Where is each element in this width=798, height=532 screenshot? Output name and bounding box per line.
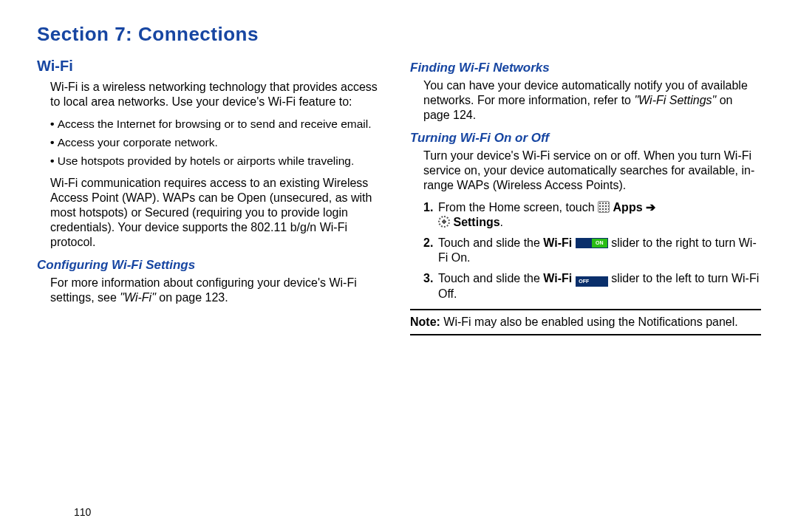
apps-label: Apps [613, 201, 646, 214]
step-number: 3. [423, 271, 433, 286]
settings-icon [438, 216, 450, 228]
ref-wifi-settings: "Wi-Fi Settings" [634, 94, 716, 106]
finding-para: You can have your device automatically n… [410, 78, 761, 123]
step-1: 1. From the Home screen, touch Apps ➔ Se… [423, 200, 761, 230]
steps-list: 1. From the Home screen, touch Apps ➔ Se… [410, 200, 761, 301]
heading-configuring: Configuring Wi-Fi Settings [37, 257, 388, 273]
text: From the Home screen, touch [438, 201, 598, 214]
wifi-intro: Wi-Fi is a wireless networking technolog… [37, 80, 388, 109]
apps-icon [598, 201, 610, 213]
step-number: 1. [423, 200, 433, 215]
note-block: Note: Wi-Fi may also be enabled using th… [410, 309, 761, 335]
settings-label: Settings [453, 216, 499, 228]
wifi-wap-para: Wi-Fi communication requires access to a… [37, 176, 388, 250]
wifi-label: Wi-Fi [543, 272, 575, 284]
text: . [500, 216, 503, 228]
heading-wifi: Wi-Fi [37, 57, 388, 75]
heading-finding: Finding Wi-Fi Networks [410, 60, 761, 75]
text: Touch and slide the [438, 272, 543, 284]
heading-turning: Turning Wi-Fi On or Off [410, 130, 761, 146]
note-text: Wi-Fi may also be enabled using the Noti… [443, 316, 737, 328]
wifi-slider-off-icon: OFF [576, 276, 608, 287]
right-column: Finding Wi-Fi Networks You can have your… [410, 54, 761, 336]
configuring-para: For more information about configuring y… [37, 276, 388, 305]
left-column: Wi-Fi Wi-Fi is a wireless networking tec… [37, 54, 388, 336]
step-number: 2. [423, 236, 433, 250]
step-2: 2. Touch and slide the Wi-Fi ON slider t… [423, 236, 761, 265]
page-number: 110 [74, 506, 91, 519]
arrow-icon: ➔ [646, 201, 655, 214]
text: Touch and slide the [438, 236, 543, 249]
section-title: Section 7: Connections [37, 22, 761, 47]
ref-wifi: "Wi-Fi" [120, 291, 156, 304]
note-label: Note: [410, 316, 443, 328]
content-columns: Wi-Fi Wi-Fi is a wireless networking tec… [37, 54, 761, 336]
text: on page 123. [156, 291, 228, 304]
wifi-bullets: Access the Internet for browsing or to s… [37, 117, 388, 168]
bullet-item: Use hotspots provided by hotels or airpo… [50, 154, 388, 168]
wifi-label: Wi-Fi [543, 236, 575, 249]
step-3: 3. Touch and slide the Wi-Fi OFF slider … [423, 271, 761, 301]
wifi-slider-on-icon: ON [576, 238, 608, 248]
turning-para: Turn your device's Wi-Fi service on or o… [410, 149, 761, 193]
bullet-item: Access the Internet for browsing or to s… [50, 117, 388, 131]
bullet-item: Access your corporate network. [50, 135, 388, 149]
